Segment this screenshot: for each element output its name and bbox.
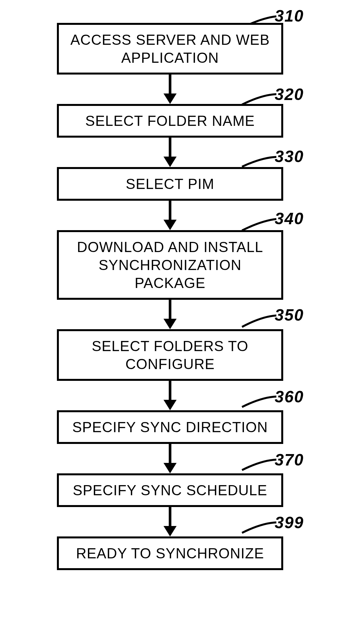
arrow-down-icon: [164, 319, 177, 329]
arrow-line-icon: [169, 138, 171, 157]
flow-step-350: SELECT FOLDERS TO CONFIGURE: [23, 329, 317, 381]
arrow-down-icon: [164, 463, 177, 473]
arrow-340-to-350: [62, 300, 278, 329]
step-label-360: 360: [275, 387, 304, 406]
step-box-340: DOWNLOAD AND INSTALL SYNCHRONIZATION PAC…: [57, 230, 283, 300]
step-box-320: SELECT FOLDER NAME: [57, 104, 283, 138]
step-label-370: 370: [275, 450, 304, 469]
step-label-340: 340: [275, 209, 304, 228]
step-label-310: 310: [275, 7, 304, 25]
flow-step-360: SPECIFY SYNC DIRECTION: [23, 410, 317, 444]
flow-step-330: SELECT PIM: [23, 167, 317, 201]
arrow-line-icon: [169, 300, 171, 319]
arrow-370-to-399: [62, 507, 278, 536]
flow-step-340: DOWNLOAD AND INSTALL SYNCHRONIZATION PAC…: [23, 230, 317, 300]
arrow-line-icon: [169, 507, 171, 527]
step-label-330: 330: [275, 147, 304, 166]
step-label-320: 320: [275, 85, 304, 104]
arrow-line-icon: [169, 381, 171, 400]
arrow-line-icon: [169, 201, 171, 220]
step-box-310: ACCESS SERVER AND WEB APPLICATION: [57, 23, 283, 75]
flow-step-370: SPECIFY SYNC SCHEDULE: [23, 473, 317, 507]
step-box-330: SELECT PIM: [57, 167, 283, 201]
arrow-down-icon: [164, 157, 177, 167]
arrow-320-to-330: [62, 138, 278, 167]
arrow-down-icon: [164, 526, 177, 536]
step-box-360: SPECIFY SYNC DIRECTION: [57, 410, 283, 444]
step-box-399: READY TO SYNCHRONIZE: [57, 536, 283, 570]
step-box-350: SELECT FOLDERS TO CONFIGURE: [57, 329, 283, 381]
arrow-360-to-370: [62, 444, 278, 473]
arrow-down-icon: [164, 220, 177, 230]
step-label-350: 350: [275, 306, 304, 325]
step-label-399: 399: [275, 513, 304, 532]
arrow-350-to-360: [62, 381, 278, 410]
arrow-line-icon: [169, 75, 171, 94]
arrow-down-icon: [164, 400, 177, 410]
flow-step-310: ACCESS SERVER AND WEB APPLICATION: [23, 23, 317, 75]
step-box-370: SPECIFY SYNC SCHEDULE: [57, 473, 283, 507]
flowchart-container: ACCESS SERVER AND WEB APPLICATIONSELECT …: [23, 23, 317, 570]
arrow-down-icon: [164, 93, 177, 104]
flow-step-320: SELECT FOLDER NAME: [23, 104, 317, 138]
flow-step-399: READY TO SYNCHRONIZE: [23, 536, 317, 570]
arrow-line-icon: [169, 444, 171, 464]
arrow-330-to-340: [62, 201, 278, 230]
arrow-310-to-320: [62, 75, 278, 104]
